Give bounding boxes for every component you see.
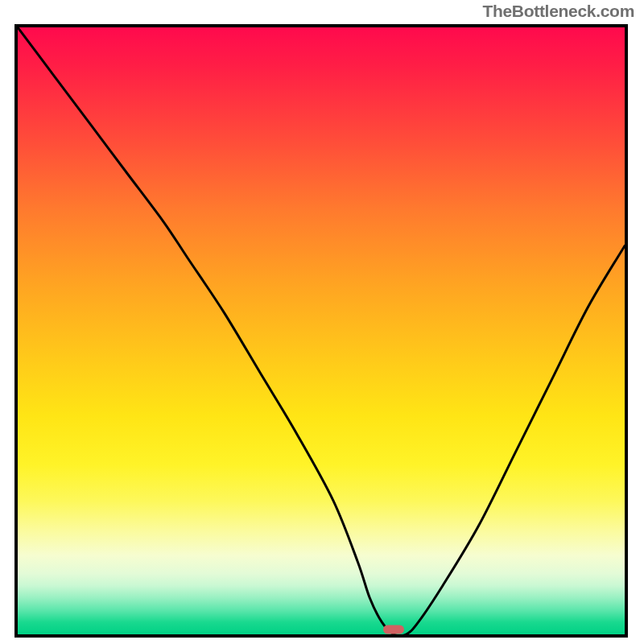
optimal-point-marker — [383, 625, 404, 634]
chart-plot-area — [14, 24, 628, 638]
watermark-text: TheBottleneck.com — [482, 2, 634, 21]
bottleneck-curve-line — [18, 27, 625, 634]
